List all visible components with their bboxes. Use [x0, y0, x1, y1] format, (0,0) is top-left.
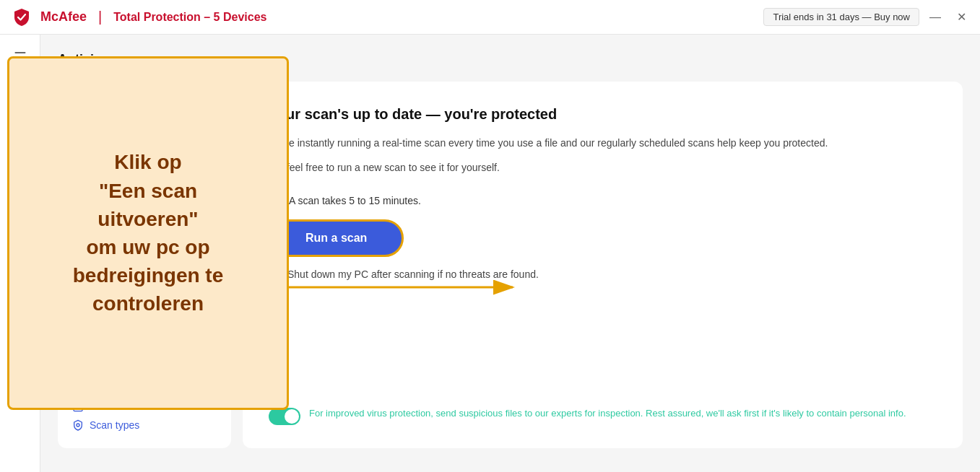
- title-bar-left: McAfee | Total Protection – 5 Devices: [12, 7, 266, 27]
- svg-rect-5: [14, 163, 18, 167]
- trial-badge[interactable]: Trial ends in 31 days — Buy now: [763, 8, 919, 26]
- mcafee-shield-icon: [12, 7, 32, 27]
- svg-rect-4: [21, 156, 25, 160]
- app-body: ☰: [0, 35, 980, 472]
- toggle-knob: [285, 409, 299, 424]
- close-button[interactable]: ✕: [954, 10, 968, 25]
- mcafee-brand-text: McAfee: [40, 9, 87, 25]
- svg-rect-9: [157, 225, 160, 229]
- svg-point-7: [17, 191, 22, 196]
- virus-protection-toggle[interactable]: [269, 408, 300, 425]
- svg-point-16: [77, 424, 79, 427]
- right-card-top: Your scan's up to date — you're protecte…: [269, 105, 937, 297]
- laptop-shield-svg: [105, 219, 184, 284]
- svg-rect-6: [21, 163, 25, 167]
- shield-illustration: [87, 103, 202, 401]
- toggle-text: For improved virus protection, send susp…: [309, 408, 906, 419]
- sidebar-radar-icon[interactable]: [6, 113, 35, 141]
- page-title: Antivirus: [58, 52, 963, 67]
- scan-time-text: A scan takes 5 to 15 minutes.: [289, 195, 421, 206]
- svg-rect-12: [74, 403, 82, 411]
- shutdown-option: Shut down my PC after scanning if no thr…: [269, 268, 937, 280]
- calendar-icon: [72, 401, 84, 412]
- scan-description-1: We're instantly running a real-time scan…: [269, 135, 937, 151]
- left-card-links: Scheduled scan Scan types: [72, 401, 217, 431]
- sidebar-menu-icon[interactable]: ☰: [6, 43, 35, 72]
- mcafee-logo: [12, 7, 32, 27]
- svg-rect-8: [148, 228, 154, 234]
- title-separator: |: [98, 9, 102, 25]
- sidebar-grid-icon[interactable]: [6, 147, 35, 176]
- scheduled-scan-link[interactable]: Scheduled scan: [72, 401, 217, 412]
- sidebar-user-icon[interactable]: [6, 182, 35, 211]
- shutdown-checkbox[interactable]: [269, 268, 280, 280]
- sidebar: ☰: [0, 35, 40, 472]
- right-card: Your scan's up to date — you're protecte…: [243, 82, 963, 448]
- scan-types-link[interactable]: Scan types: [72, 419, 217, 431]
- content-area: Antivirus: [40, 35, 980, 472]
- shield-scan-icon: [72, 419, 84, 431]
- toggle-description: For improved virus protection, send susp…: [309, 406, 906, 421]
- shutdown-label: Shut down my PC after scanning if no thr…: [287, 268, 539, 280]
- title-bar: McAfee | Total Protection – 5 Devices Tr…: [0, 0, 980, 35]
- right-card-bottom: For improved virus protection, send susp…: [269, 406, 937, 425]
- scan-time-info: A scan takes 5 to 15 minutes.: [269, 193, 937, 208]
- left-card: Scheduled scan Scan types: [58, 82, 231, 448]
- svg-point-2: [19, 126, 21, 128]
- sidebar-home-icon[interactable]: [6, 78, 35, 107]
- title-product-text: Total Protection – 5 Devices: [113, 11, 266, 24]
- svg-rect-3: [14, 156, 18, 160]
- scan-types-label: Scan types: [90, 419, 139, 431]
- clock-icon: [269, 193, 283, 208]
- window-controls: — ✕: [928, 10, 968, 25]
- minimize-button[interactable]: —: [928, 10, 942, 25]
- scan-status-title: Your scan's up to date — you're protecte…: [269, 105, 937, 123]
- scan-description-2: But feel free to run a new scan to see i…: [269, 159, 937, 175]
- title-bar-right: Trial ends in 31 days — Buy now — ✕: [763, 8, 968, 26]
- run-scan-button[interactable]: Run a scan: [269, 219, 404, 257]
- antivirus-layout: Scheduled scan Scan types Your scan's up…: [58, 82, 963, 448]
- scheduled-scan-label: Scheduled scan: [90, 401, 162, 412]
- shield-circle: [87, 194, 202, 310]
